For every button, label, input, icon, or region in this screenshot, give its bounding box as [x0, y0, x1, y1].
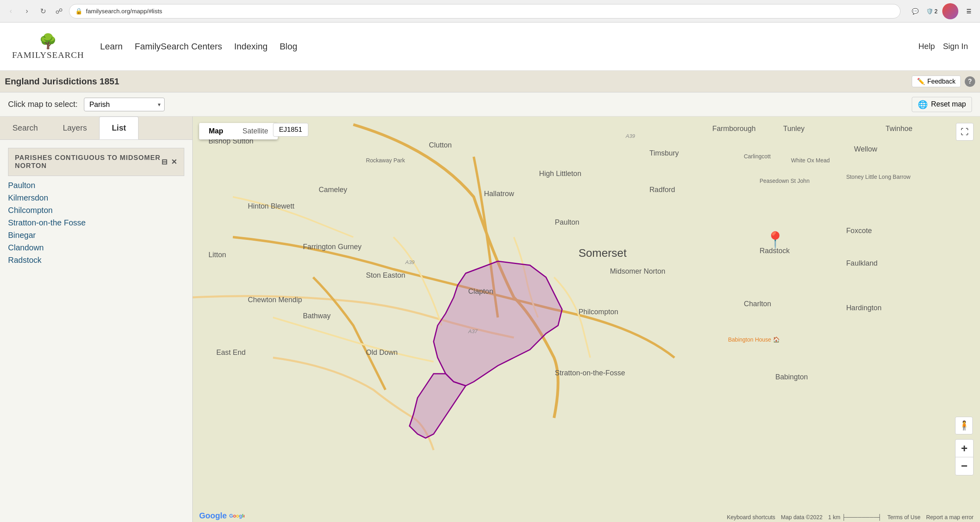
nav-centers[interactable]: FamilySearch Centers: [135, 41, 222, 52]
feedback-button[interactable]: ✏️ Feedback: [912, 76, 961, 87]
zoom-in-button[interactable]: +: [956, 440, 973, 457]
minimize-icon[interactable]: ⊟: [161, 158, 168, 166]
list-header-title: PARISHES CONTIGUOUS TO MIDSOMER NORTON: [15, 154, 161, 170]
map-label-peasedown: Peasedown St John: [760, 178, 810, 184]
fullscreen-button[interactable]: ⛶: [956, 123, 974, 141]
map-label-faulkland: Faulkland: [846, 259, 878, 268]
map-label-hardington: Hardington: [846, 304, 882, 312]
map-label-farrington: Farrington Gurney: [303, 243, 362, 251]
map-area[interactable]: Farmborough Tunley Twinhoe Bishop Sutton…: [193, 117, 980, 522]
parish-link-clandown[interactable]: Clandown: [8, 243, 44, 252]
app-header: 🌳 FAMILYSEARCH Learn FamilySearch Center…: [0, 23, 980, 71]
map-background[interactable]: Farmborough Tunley Twinhoe Bishop Sutton…: [193, 117, 980, 522]
logo-tree-icon: 🌳: [39, 33, 57, 50]
back-button[interactable]: ‹: [5, 5, 17, 17]
parish-link-binegar[interactable]: Binegar: [8, 231, 36, 240]
map-label-radford: Radford: [649, 186, 675, 194]
list-item: Kilmersdon: [8, 193, 184, 203]
map-controls: 🧍 + −: [955, 417, 974, 475]
street-view-button[interactable]: 🧍: [955, 417, 973, 434]
svg-marker-0: [434, 261, 562, 386]
parish-link-radstock[interactable]: Radstock: [8, 256, 41, 264]
nav-blog[interactable]: Blog: [279, 41, 297, 52]
list-item: Paulton: [8, 181, 184, 190]
close-icon[interactable]: ✕: [171, 158, 177, 166]
reset-map-button[interactable]: 🌐 Reset map: [912, 97, 972, 112]
account-icon[interactable]: [942, 3, 958, 19]
nav-indexing[interactable]: Indexing: [234, 41, 267, 52]
report-error-link[interactable]: Report a map error: [926, 514, 974, 520]
chat-icon[interactable]: 💬: [909, 5, 921, 18]
map-label-clapton: Clapton: [468, 287, 493, 296]
map-label-farmborough: Farmborough: [712, 125, 756, 133]
map-label-carlingcott: Carlingcott: [744, 153, 771, 160]
sign-in-link[interactable]: Sign In: [943, 42, 968, 51]
map-label-stratton-fosse: Stratton-on-the-Fosse: [555, 369, 625, 377]
bookmark-button[interactable]: ☍: [53, 5, 65, 17]
map-label-rockaway: Rockaway Park: [366, 157, 405, 164]
reload-button[interactable]: ↻: [37, 5, 49, 17]
map-label-old-down: Old Down: [366, 348, 397, 357]
map-label-hallatrow: Hallatrow: [484, 190, 514, 198]
map-label-midsomer-norton: Midsomer Norton: [610, 267, 665, 276]
map-label-stoney: Stoney Little Long Barrow: [846, 174, 911, 180]
parish-link-kilmersdon[interactable]: Kilmersdon: [8, 193, 48, 202]
forward-button[interactable]: ›: [21, 5, 33, 17]
map-location-pin: 📍: [765, 231, 785, 250]
map-label-litton: Litton: [208, 251, 226, 259]
list-item: Chilcompton: [8, 206, 184, 215]
page-banner: England Jurisdictions 1851 ✏️ Feedback ?: [0, 71, 980, 92]
banner-actions: ✏️ Feedback ?: [912, 76, 975, 87]
parish-link-paulton[interactable]: Paulton: [8, 181, 35, 190]
map-label-twinhoe: Twinhoe: [886, 125, 913, 133]
help-link[interactable]: Help: [919, 42, 935, 51]
zoom-controls: + −: [955, 439, 974, 475]
map-tab-map[interactable]: Map: [199, 123, 233, 139]
menu-icon[interactable]: ☰: [962, 5, 975, 18]
map-label-cameley: Cameley: [319, 186, 347, 194]
banner-title: England Jurisdictions 1851: [5, 76, 119, 87]
map-label-philcompton: Philcompton: [579, 308, 618, 316]
map-label-east-end: East End: [216, 348, 246, 357]
map-label-paulton: Paulton: [555, 218, 579, 227]
url-text: familysearch.org/mapp/#lists: [86, 8, 162, 14]
map-label-high-littleton: High Littleton: [539, 170, 581, 178]
shield-icon[interactable]: 🛡️ 2: [925, 5, 938, 18]
logo-name[interactable]: FAMILYSEARCH: [12, 50, 84, 60]
map-tab-satellite[interactable]: Satellite: [233, 123, 278, 139]
zoom-out-button[interactable]: −: [956, 457, 973, 475]
map-label-babington-house: Babington House 🏠: [728, 336, 779, 343]
parish-link-stratton[interactable]: Stratton-on-the Fosse: [8, 218, 86, 227]
ej-badge: EJ1851: [273, 123, 308, 137]
nav-learn[interactable]: Learn: [100, 41, 122, 52]
browser-chrome: ‹ › ↻ ☍ 🔒 familysearch.org/mapp/#lists 💬…: [0, 0, 980, 23]
road-label-a37: A37: [468, 328, 477, 334]
parish-select[interactable]: Parish Registration District County Coun…: [84, 98, 165, 111]
map-label-wellow: Wellow: [854, 145, 877, 154]
main-layout: Search Layers List PARISHES CONTIGUOUS T…: [0, 117, 980, 522]
map-label-clutton: Clutton: [429, 141, 452, 149]
tab-search[interactable]: Search: [0, 117, 50, 139]
parish-select-wrapper: Parish Registration District County Coun…: [84, 98, 165, 111]
map-label-somerset: Somerset: [579, 247, 627, 260]
google-logo: Google: [199, 511, 227, 520]
parish-link-chilcompton[interactable]: Chilcompton: [8, 206, 53, 215]
help-circle-icon[interactable]: ?: [965, 76, 975, 87]
keyboard-shortcuts-link[interactable]: Keyboard shortcuts: [727, 514, 775, 520]
list-item: Binegar: [8, 231, 184, 240]
terms-of-use-link[interactable]: Terms of Use: [887, 514, 920, 520]
sidebar-tabs: Search Layers List: [0, 117, 192, 140]
map-data-label: Map data ©2022: [781, 514, 823, 520]
map-label-timsbury: Timsbury: [649, 149, 678, 158]
list-header: PARISHES CONTIGUOUS TO MIDSOMER NORTON ⊟…: [8, 148, 184, 176]
tab-layers[interactable]: Layers: [50, 117, 99, 139]
svg-text:Google: Google: [229, 513, 245, 519]
map-label-chewton: Chewton Mendip: [248, 296, 302, 304]
main-nav: Learn FamilySearch Centers Indexing Blog: [100, 41, 918, 52]
tab-list[interactable]: List: [99, 117, 139, 139]
address-bar[interactable]: 🔒 familysearch.org/mapp/#lists: [69, 4, 901, 18]
list-item: Stratton-on-the Fosse: [8, 218, 184, 227]
google-logo-svg: Google: [229, 513, 245, 519]
map-label-hinton-blewett: Hinton Blewett: [248, 202, 294, 211]
toolbar-row: Click map to select: Parish Registration…: [0, 92, 980, 117]
